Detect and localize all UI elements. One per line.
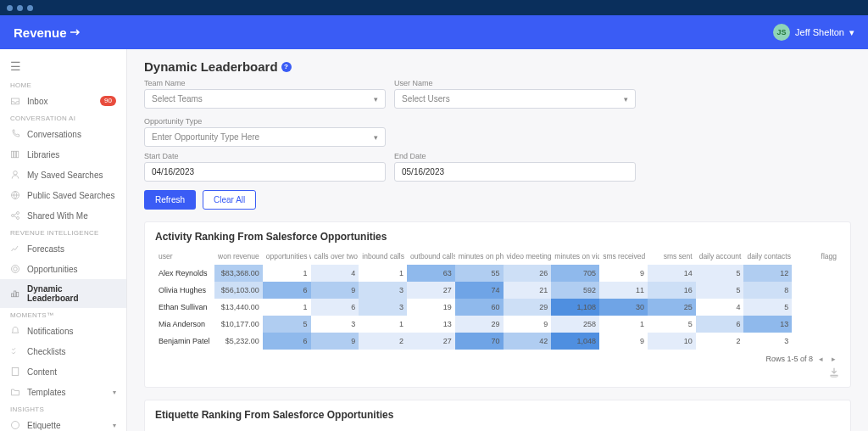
sidebar-section-home: HOME	[0, 78, 126, 91]
column-header[interactable]: won revenue	[214, 248, 263, 265]
pager-prev[interactable]: ◂	[816, 355, 826, 363]
etiquette-title: Etiquette Ranking From Salesforce Opport…	[155, 409, 840, 421]
data-cell: 4	[696, 299, 744, 316]
data-cell: 30	[599, 299, 648, 316]
target-icon	[10, 264, 20, 274]
column-header[interactable]: flagg	[792, 248, 840, 265]
info-icon[interactable]: ?	[281, 62, 292, 72]
data-cell: $56,103.00	[214, 282, 263, 299]
data-cell: 1,108	[551, 299, 599, 316]
clear-all-button[interactable]: Clear All	[203, 190, 256, 210]
data-cell: 55	[455, 265, 504, 282]
sidebar-item-forecasts[interactable]: Forecasts	[0, 238, 126, 259]
start-date-input[interactable]: 04/16/2023	[144, 162, 386, 182]
column-header[interactable]: won revenue	[214, 426, 271, 431]
data-cell: 6	[311, 299, 359, 316]
sidebar-item-conversations[interactable]: Conversations	[0, 124, 126, 144]
column-header[interactable]: outbound calls	[407, 248, 455, 265]
sidebar-item-libraries[interactable]: Libraries	[0, 144, 126, 165]
table-row: Alex Reynolds$83,368.0014163552670591451…	[155, 265, 840, 282]
column-header[interactable]: minutes on phone	[455, 248, 504, 265]
column-header[interactable]: interruption ratio	[726, 426, 783, 431]
column-header[interactable]: talk ratio	[613, 426, 670, 431]
column-header[interactable]: longest streak	[670, 426, 726, 431]
end-date-input[interactable]: 05/16/2023	[394, 162, 636, 182]
column-header[interactable]: vocabulary	[328, 426, 385, 431]
data-cell: 13	[407, 316, 455, 333]
filter-row-2: Start Date 04/16/2023 End Date 05/16/202…	[144, 152, 851, 182]
svg-rect-12	[14, 291, 16, 297]
column-header[interactable]: video meetings	[504, 248, 552, 265]
column-header[interactable]: average sentiment	[498, 426, 555, 431]
etiquette-table: userwon revenueopportunities wonvocabula…	[155, 426, 840, 431]
column-header[interactable]: daily account touched	[696, 248, 744, 265]
chevron-down-icon: ▾	[624, 95, 628, 104]
user-name: Jeff Shelton	[795, 27, 844, 37]
sidebar-item-dynamic-leaderboard[interactable]: Dynamic Leaderboard	[0, 279, 126, 308]
sidebar-item-opportunities[interactable]: Opportunities	[0, 259, 126, 279]
menu-toggle[interactable]: ☰	[0, 54, 126, 78]
data-cell: 5	[696, 265, 744, 282]
svg-point-15	[12, 422, 19, 429]
sidebar-item-inbox[interactable]: Inbox 90	[0, 91, 126, 111]
user-select[interactable]: Select Users▾	[394, 89, 636, 109]
team-select[interactable]: Select Teams▾	[144, 89, 386, 109]
column-header[interactable]: sms sent	[648, 248, 696, 265]
column-header[interactable]: talk rate	[555, 426, 612, 431]
user-menu[interactable]: JS Jeff Shelton ▾	[773, 24, 854, 41]
bell-icon	[10, 326, 20, 336]
data-cell: 19	[407, 299, 455, 316]
chevron-down-icon: ▾	[113, 389, 116, 396]
svg-rect-2	[14, 151, 16, 158]
column-header[interactable]: starting sentiment	[385, 426, 442, 431]
sidebar-section-insights: INSIGHTS	[0, 402, 126, 415]
download-icon[interactable]	[828, 367, 840, 378]
activity-footer: Rows 1-5 of 8 ◂ ▸	[155, 350, 840, 363]
sidebar-item-notifications[interactable]: Notifications	[0, 321, 126, 341]
data-cell	[792, 265, 840, 282]
column-header[interactable]: calls over two minutes	[311, 248, 359, 265]
data-cell: 1	[599, 316, 648, 333]
chevron-down-icon: ▾	[374, 133, 378, 142]
data-cell: 1	[263, 265, 311, 282]
sidebar-item-content[interactable]: Content	[0, 361, 126, 382]
user-cell: Mia Anderson	[155, 316, 214, 333]
data-cell: 11	[599, 282, 648, 299]
refresh-button[interactable]: Refresh	[144, 190, 196, 210]
opportunity-input[interactable]: Enter Opportunity Type Here▾	[144, 127, 386, 147]
svg-rect-14	[12, 368, 19, 376]
filter-row-1: Team Name Select Teams▾ User Name Select…	[144, 79, 851, 147]
sidebar-section-conv: CONVERSATION AI	[0, 111, 126, 124]
data-cell: 12	[743, 265, 792, 282]
column-header[interactable]: ending sentiment	[442, 426, 498, 431]
sidebar-section-moments: MOMENTS™	[0, 308, 126, 321]
inbox-icon	[10, 96, 20, 106]
sidebar-item-my-saved[interactable]: My Saved Searches	[0, 165, 126, 185]
column-header[interactable]: user	[155, 426, 214, 431]
data-cell: 592	[551, 282, 599, 299]
sidebar-item-public-saved[interactable]: Public Saved Searches	[0, 185, 126, 205]
chevron-down-icon: ▾	[374, 95, 378, 104]
column-header[interactable]: sms received	[599, 248, 648, 265]
column-header[interactable]: percentage of active listening	[783, 426, 840, 431]
sidebar-item-shared[interactable]: Shared With Me	[0, 205, 126, 226]
data-cell: 25	[648, 299, 696, 316]
column-header[interactable]: user	[155, 248, 214, 265]
pager-next[interactable]: ▸	[829, 355, 838, 363]
column-header[interactable]: inbound calls	[359, 248, 407, 265]
sidebar-item-etiquette[interactable]: Etiquette▾	[0, 415, 126, 431]
sidebar-item-checklists[interactable]: Checklists	[0, 341, 126, 361]
data-cell: 9	[504, 316, 552, 333]
chevron-down-icon: ▾	[849, 27, 854, 38]
sidebar-item-templates[interactable]: Templates▾	[0, 382, 126, 402]
column-header[interactable]: minutes on video	[551, 248, 599, 265]
column-header[interactable]: opportunities won	[271, 426, 328, 431]
etiquette-ranking-card: Etiquette Ranking From Salesforce Opport…	[144, 400, 851, 431]
column-header[interactable]: opportunities won	[263, 248, 311, 265]
data-cell: 3	[359, 299, 407, 316]
svg-point-6	[12, 215, 14, 217]
data-cell: 6	[263, 333, 311, 350]
column-header[interactable]: daily contacts touched	[743, 248, 792, 265]
end-date-field: End Date 05/16/2023	[394, 152, 636, 182]
data-cell: 4	[311, 265, 359, 282]
